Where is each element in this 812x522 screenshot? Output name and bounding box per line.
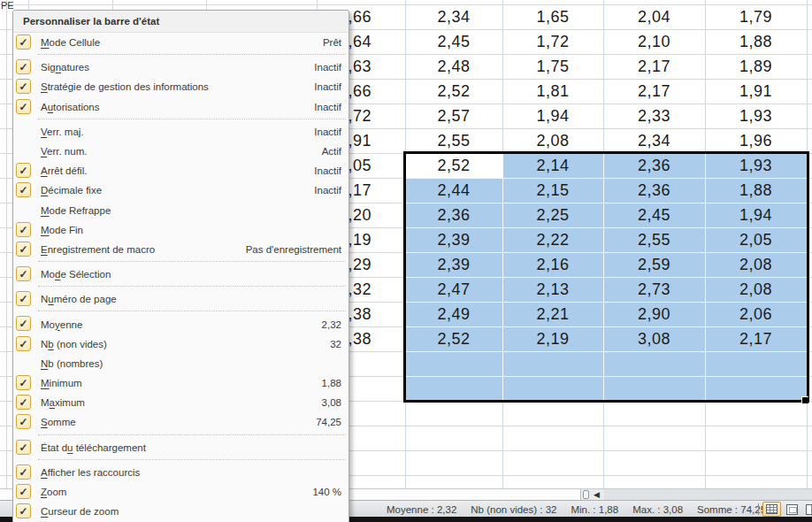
checkmark-icon: ✓ — [16, 395, 31, 410]
cell[interactable]: 2,33 — [603, 104, 705, 128]
cell[interactable]: 1,94 — [705, 203, 807, 227]
cell[interactable]: 2,59 — [603, 252, 705, 277]
status-stat[interactable]: Moyenne : 2,32 — [387, 504, 456, 515]
menu-item[interactable]: ✓ Stratégie de gestion des informations … — [13, 77, 349, 96]
page-layout-view-button[interactable] — [783, 502, 801, 517]
checkmark-icon: ✓ — [16, 182, 31, 197]
cell[interactable]: 2,22 — [502, 227, 603, 252]
cell[interactable]: 2,55 — [405, 128, 502, 153]
menu-item[interactable]: ✓ Zoom 140 % — [13, 482, 349, 502]
cell[interactable]: 1,79 — [705, 4, 807, 29]
menu-item[interactable]: ✓ Nb (nombres) — [13, 354, 349, 373]
cell[interactable]: 2,52 — [405, 79, 502, 104]
cell[interactable]: 1,88 — [705, 29, 807, 54]
sheet-tab[interactable]: PE — [1, 0, 14, 11]
cell[interactable]: 2,49 — [405, 302, 502, 326]
cell[interactable]: 2,34 — [603, 128, 705, 153]
cell[interactable]: 2,44 — [405, 178, 502, 203]
menu-item-value: Inactif — [314, 62, 341, 73]
menu-item[interactable]: ✓ Mode Cellule Prêt — [13, 33, 349, 52]
cell[interactable]: 2,16 — [502, 252, 603, 277]
cell[interactable]: 2,08 — [705, 252, 807, 277]
menu-item[interactable]: ✓ État du téléchargement — [13, 438, 349, 457]
cell[interactable]: 2,15 — [502, 178, 603, 203]
cell[interactable]: 2,04 — [603, 4, 705, 29]
cell[interactable]: 2,14 — [502, 153, 603, 178]
menu-item[interactable]: ✓ Mode Fin — [13, 220, 349, 240]
menu-item[interactable]: ✓ Minimum 1,88 — [13, 373, 349, 393]
cell[interactable]: 1,89 — [705, 54, 807, 79]
menu-item-value: 74,25 — [316, 417, 341, 427]
cell[interactable]: 1,93 — [705, 104, 807, 128]
cell[interactable]: 1,93 — [705, 153, 807, 178]
cell[interactable]: 2,73 — [603, 277, 705, 302]
status-stat[interactable]: Somme : 74,25 — [697, 504, 766, 515]
menu-item[interactable]: ✓ Arrêt défil. Inactif — [13, 161, 349, 180]
cell[interactable]: 1,65 — [502, 4, 603, 29]
cell[interactable]: 2,17 — [705, 326, 807, 351]
menu-item-label: Stratégie de gestion des informations — [41, 81, 209, 92]
cell[interactable]: 1,91 — [705, 79, 807, 104]
cell[interactable]: 2,34 — [405, 4, 502, 29]
checkmark-icon: ✓ — [16, 336, 31, 351]
cell[interactable]: 2,10 — [603, 29, 705, 54]
page-break-preview-button[interactable] — [802, 502, 812, 517]
tab-splitter-handle[interactable] — [583, 490, 589, 499]
cell[interactable]: 2,45 — [405, 29, 502, 54]
cell[interactable]: 2,06 — [705, 302, 807, 326]
menu-item[interactable]: ✓ Nb (non vides) 32 — [13, 334, 349, 354]
menu-item[interactable]: ✓ Mode Sélection — [13, 265, 349, 284]
menu-item[interactable]: ✓ Verr. maj. Inactif — [13, 122, 349, 142]
menu-item[interactable]: ✓ Numéro de page — [13, 289, 349, 309]
menu-item[interactable]: ✓ Verr. num. Actif — [13, 142, 349, 161]
cell[interactable]: 2,47 — [405, 277, 502, 302]
cell[interactable]: 2,08 — [502, 128, 603, 153]
menu-item[interactable]: ✓ Enregistrement de macro Pas d'enregist… — [13, 240, 349, 259]
cell[interactable]: 2,57 — [405, 104, 502, 128]
cell[interactable]: 1,96 — [705, 128, 807, 153]
menu-item[interactable]: ✓ Maximum 3,08 — [13, 393, 349, 412]
cell[interactable]: 1,72 — [502, 29, 603, 54]
cell[interactable]: 2,13 — [502, 277, 603, 302]
menu-item[interactable]: ✓ Autorisations Inactif — [13, 97, 349, 117]
menu-item[interactable]: ✓ Décimale fixe Inactif — [13, 180, 349, 200]
cell[interactable]: 2,90 — [603, 302, 705, 326]
cell[interactable]: 2,17 — [603, 79, 705, 104]
cell[interactable]: 2,17 — [603, 54, 705, 79]
menu-item-label: Mode Sélection — [41, 269, 111, 280]
cell[interactable]: 2,36 — [405, 203, 502, 227]
cell[interactable]: 2,55 — [603, 227, 705, 252]
cell[interactable]: 2,36 — [603, 178, 705, 203]
cell[interactable]: 2,52 — [405, 326, 502, 351]
cell[interactable]: 2,45 — [603, 203, 705, 227]
menu-item[interactable]: ✓ Signatures Inactif — [13, 58, 349, 77]
cell[interactable]: 2,39 — [405, 252, 502, 277]
menu-item-label: Mode Fin — [41, 225, 83, 235]
cell[interactable]: 1,75 — [502, 54, 603, 79]
cell[interactable]: 2,39 — [405, 227, 502, 252]
fill-handle[interactable] — [801, 396, 808, 403]
cell[interactable]: 2,05 — [705, 227, 807, 252]
cell[interactable]: 2,08 — [705, 277, 807, 302]
status-stat[interactable]: Nb (non vides) : 32 — [471, 504, 556, 515]
cell[interactable]: 2,21 — [502, 302, 603, 326]
status-stat[interactable]: Max. : 3,08 — [632, 504, 683, 515]
cell[interactable]: 2,19 — [502, 326, 603, 351]
status-stat[interactable]: Min. : 1,88 — [571, 504, 618, 515]
cell[interactable]: 2,25 — [502, 203, 603, 227]
menu-item[interactable]: ✓ Mode Refrappe — [13, 201, 349, 220]
menu-item[interactable]: ✓ Afficher les raccourcis — [13, 463, 349, 482]
cell[interactable]: 2,48 — [405, 54, 502, 79]
menu-item[interactable]: ✓ Curseur de zoom — [13, 502, 349, 521]
cell[interactable]: 2,36 — [603, 153, 705, 178]
menu-item-label: Décimale fixe — [41, 185, 102, 196]
cell[interactable]: 1,88 — [705, 178, 807, 203]
normal-view-button[interactable] — [762, 502, 781, 517]
cell[interactable]: 3,08 — [603, 326, 705, 351]
cell[interactable]: 1,94 — [502, 104, 603, 128]
menu-item[interactable]: ✓ Moyenne 2,32 — [13, 314, 349, 334]
cell[interactable]: 1,81 — [502, 79, 603, 104]
scroll-left-arrow-icon[interactable]: ◀ — [594, 490, 600, 500]
cell[interactable]: 2,52 — [405, 153, 502, 178]
menu-item[interactable]: ✓ Somme 74,25 — [13, 412, 349, 432]
